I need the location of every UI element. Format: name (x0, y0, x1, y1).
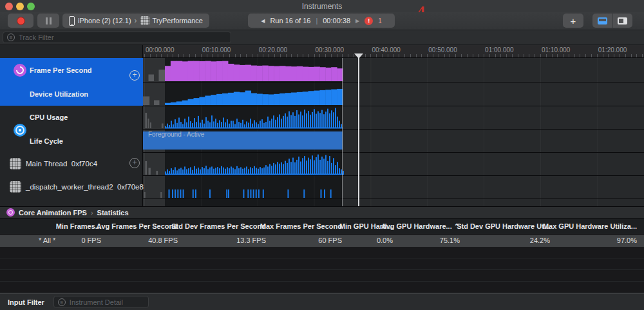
track-header-dispatch-worker[interactable]: _dispatch_worker_thread2 0xf70e8 (26, 183, 144, 191)
cpu-spike (269, 121, 270, 128)
fps-step (303, 67, 308, 81)
device-utilization-step (194, 98, 200, 105)
worker-thread-app-icon (10, 181, 21, 193)
expand-thread-button[interactable]: + (129, 158, 140, 168)
device-utilization-step (171, 102, 176, 105)
track-header-life-cycle[interactable]: Life Cycle (30, 137, 63, 145)
core-animation-fps-breadcrumb-icon (6, 208, 15, 217)
device-utilization-step (182, 101, 188, 105)
breadcrumb-page[interactable]: Statistics (97, 209, 129, 217)
device-utilization-step (245, 91, 251, 105)
device-utilization-step (262, 94, 268, 105)
fps-step (297, 66, 303, 81)
worker-thread-tick (195, 189, 196, 198)
device-utilization-step (291, 93, 297, 105)
column-header[interactable]: Max Frames Per Second (260, 218, 342, 235)
cpu-spike (231, 121, 232, 128)
next-run-button[interactable]: ▶ (355, 18, 359, 24)
record-button[interactable] (8, 14, 33, 28)
expand-track-button[interactable]: + (129, 70, 140, 81)
worker-thread-tick (175, 189, 176, 198)
column-header[interactable]: Max GPU Hardware Utiliza... (543, 218, 637, 235)
fps-step (319, 67, 325, 81)
cpu-spike (310, 115, 311, 128)
issue-badge-icon[interactable]: ! (365, 17, 373, 25)
cpu-spike (319, 113, 321, 128)
worker-thread-tick (209, 189, 211, 198)
ruler-tick-label: 01:00.000 (485, 46, 514, 53)
gridline (540, 58, 541, 206)
fps-step (182, 61, 188, 81)
target-device-selector[interactable]: iPhone (2) (12.1) › TryPerformance (62, 14, 209, 28)
previous-run-button[interactable]: ◀ (261, 18, 265, 24)
ruler-tick-label: 01:10.000 (542, 46, 571, 53)
worker-thread-tick (258, 189, 260, 198)
track-header-cpu-usage[interactable]: CPU Usage (30, 113, 68, 121)
toggle-detail-pane-button[interactable] (592, 14, 613, 28)
worker-thread-tick (243, 189, 244, 198)
instrument-detail-search-field[interactable]: ≡ (53, 296, 149, 308)
main-thread-spike (279, 164, 280, 175)
fps-step (274, 66, 279, 81)
add-instrument-button[interactable]: + (563, 14, 583, 28)
column-header[interactable]: Avg GPU Hardware... ⌃ (381, 218, 460, 235)
cpu-spike (188, 117, 189, 128)
track-header-main-thread[interactable]: Main Thread 0xf70c4 (26, 160, 97, 168)
empty-row (0, 282, 644, 293)
column-header[interactable]: Avg Frames Per Second (97, 218, 178, 235)
main-thread-spike (325, 155, 327, 175)
empty-row (0, 258, 644, 270)
pause-button[interactable] (37, 14, 59, 28)
input-filter-button[interactable]: Input Filter (0, 298, 53, 306)
track-header-column: Frame Per Second Device Utilization + CP… (0, 58, 143, 206)
column-header[interactable]: Std Dev GPU Hardware Ut... (457, 218, 550, 235)
main-thread-spike (294, 162, 296, 175)
playhead-line[interactable] (358, 54, 359, 206)
cpu-spike (171, 121, 172, 128)
track-header-frame-per-second[interactable]: Frame Per Second (30, 66, 92, 74)
cpu-spike (314, 109, 315, 128)
main-thread-spike (211, 166, 213, 175)
cpu-spike (175, 119, 176, 128)
fps-step (245, 65, 251, 81)
track-header-device-utilization[interactable]: Device Utilization (30, 90, 88, 98)
main-thread-spike (267, 166, 269, 175)
breadcrumb-instrument[interactable]: Core Animation FPS (19, 209, 87, 217)
main-thread-spike (298, 157, 299, 175)
device-utilization-step (234, 92, 240, 105)
device-utilization-step (176, 101, 182, 105)
cpu-spike (337, 117, 338, 128)
fps-step (205, 61, 211, 81)
instrument-detail-input[interactable] (70, 298, 144, 306)
statistics-table-row[interactable]: * All * 0 FPS40.8 FPS13.3 FPS60 FPS0.0%7… (0, 235, 644, 247)
cpu-spike (277, 117, 278, 128)
cpu-spike (281, 119, 282, 128)
column-header[interactable]: Std Dev Frames Per Second (171, 218, 266, 235)
fps-step (176, 61, 182, 81)
cpu-spike (306, 113, 307, 128)
track-filter-input[interactable] (19, 34, 227, 41)
playhead-handle[interactable] (354, 53, 363, 59)
worker-thread-tick (169, 189, 170, 198)
lane-divider (143, 82, 644, 82)
track-filter-field[interactable]: ≡ (3, 32, 231, 43)
main-thread-spike (289, 159, 290, 175)
cpu-spike (294, 116, 296, 128)
fps-step (291, 66, 297, 81)
cpu-spike (236, 119, 238, 128)
timeline-ruler[interactable]: 00:00.00000:10.00000:20.00000:30.00000:4… (0, 45, 644, 58)
main-thread-spike (333, 158, 334, 175)
main-thread-spike (250, 167, 251, 175)
device-utilization-step (256, 94, 262, 105)
row-value-cell: 0 FPS (81, 235, 101, 247)
device-utilization-step (319, 90, 325, 105)
fps-step (251, 66, 257, 81)
fps-step (268, 66, 274, 81)
preview-block (149, 75, 155, 82)
fps-step (165, 66, 171, 81)
device-utilization-step (268, 95, 274, 106)
statistics-table-header: Min Frames...Avg Frames Per SecondStd De… (0, 218, 644, 235)
toggle-inspector-pane-button[interactable] (613, 14, 633, 28)
column-header[interactable]: Min Frames... (56, 218, 101, 235)
main-thread-spike (317, 155, 319, 175)
